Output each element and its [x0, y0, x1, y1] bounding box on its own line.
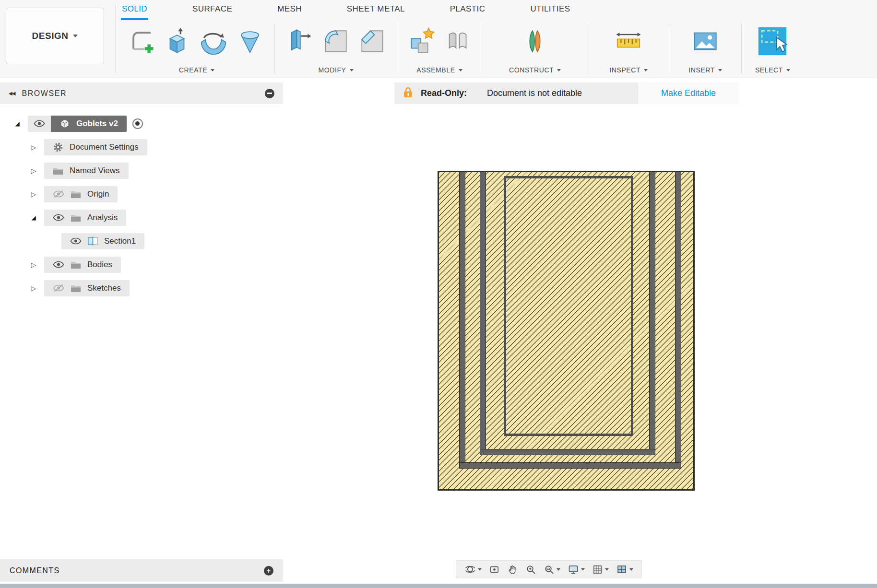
browser-item-bodies[interactable]: ▷ Bodies [0, 253, 283, 276]
viewports-icon [616, 564, 628, 575]
ribbon: DESIGN SOLID SURFACE MESH SHEET METAL PL… [0, 0, 877, 78]
visibility-eye-icon[interactable] [53, 260, 64, 269]
create-menu-button[interactable]: CREATE [179, 66, 214, 74]
loft-icon[interactable] [236, 27, 264, 55]
folder-icon [53, 166, 63, 175]
zoom-tool[interactable] [523, 564, 538, 575]
chamfer-icon[interactable] [358, 27, 386, 55]
insert-image-icon[interactable] [692, 28, 719, 55]
ribbon-group-inspect: INSPECT [588, 20, 669, 78]
readonly-message: Document is not editable [487, 88, 582, 98]
dropdown-caret-icon [211, 69, 214, 71]
collapse-panel-icon[interactable]: ◀◀ [9, 91, 15, 96]
dropdown-caret-icon [73, 35, 78, 37]
readonly-banner: Read-Only: Document is not editable Make… [394, 82, 739, 104]
tab-solid[interactable]: SOLID [121, 0, 148, 20]
item-pill[interactable]: Named Views [44, 163, 129, 179]
activate-component-radio[interactable] [132, 118, 143, 129]
look-at-tool[interactable] [487, 564, 502, 575]
expand-toggle-icon[interactable]: ▷ [28, 167, 39, 175]
browser-item-sketches[interactable]: ▷ Sketches [0, 276, 283, 300]
new-component-icon[interactable] [408, 27, 436, 55]
inner-goblet-wall [504, 176, 633, 436]
tab-sheet-metal[interactable]: SHEET METAL [346, 0, 406, 20]
middle-goblet-bottom-wall [480, 449, 655, 455]
construct-menu-button[interactable]: CONSTRUCT [509, 66, 561, 74]
modify-menu-button[interactable]: MODIFY [318, 66, 353, 74]
insert-menu-label: INSERT [688, 66, 715, 74]
pan-tool[interactable] [505, 564, 520, 575]
folder-icon [71, 190, 81, 199]
tab-surface[interactable]: SURFACE [191, 0, 233, 20]
visibility-eye-icon[interactable] [53, 213, 64, 222]
ribbon-group-modify: MODIFY [275, 20, 397, 78]
component-root-label[interactable]: Goblets v2 [51, 116, 127, 132]
item-pill[interactable]: Origin [44, 186, 118, 202]
insert-menu-button[interactable]: INSERT [688, 66, 722, 74]
browser-item-analysis[interactable]: ◢ Analysis [0, 206, 283, 229]
browser-item-section1[interactable]: Section1 [0, 229, 283, 253]
workspace-tabs: SOLID SURFACE MESH SHEET METAL PLASTIC U… [121, 0, 614, 20]
viewports-tool[interactable] [614, 564, 635, 575]
tab-utilities[interactable]: UTILITIES [529, 0, 571, 20]
inspect-menu-button[interactable]: INSPECT [609, 66, 648, 74]
visibility-off-eye-icon[interactable] [53, 190, 64, 198]
orbit-tool[interactable] [462, 564, 484, 575]
construct-menu-label: CONSTRUCT [509, 66, 554, 74]
expand-toggle-icon[interactable]: ◢ [12, 120, 23, 127]
expand-toggle-icon[interactable]: ▷ [28, 284, 39, 292]
revolve-icon[interactable] [200, 27, 227, 55]
item-pill[interactable]: Section1 [61, 233, 144, 249]
browser-title: BROWSER [22, 89, 67, 98]
zoom-window-tool[interactable] [542, 564, 562, 575]
display-settings-tool[interactable] [566, 564, 587, 575]
pan-hand-icon [507, 564, 518, 575]
minimize-browser-button[interactable] [265, 89, 274, 98]
add-comment-button[interactable]: + [264, 566, 273, 576]
dropdown-caret-icon [459, 69, 462, 71]
browser-item-named-views[interactable]: ▷ Named Views [0, 159, 283, 182]
assemble-menu-button[interactable]: ASSEMBLE [416, 66, 462, 74]
item-label: Bodies [87, 260, 112, 270]
tab-mesh[interactable]: MESH [276, 0, 303, 20]
expand-toggle-icon[interactable]: ◢ [28, 214, 39, 221]
dropdown-caret-icon [786, 69, 790, 71]
item-label: Goblets v2 [76, 119, 118, 129]
grid-tool[interactable] [590, 564, 611, 575]
expand-toggle-icon[interactable]: ▷ [28, 190, 39, 198]
expand-toggle-icon[interactable]: ▷ [28, 143, 39, 151]
browser-item-document-settings[interactable]: ▷ Document Settings [0, 135, 283, 159]
browser-item-origin[interactable]: ▷ Origin [0, 182, 283, 206]
item-pill[interactable]: Bodies [44, 257, 121, 273]
ribbon-separator [115, 5, 116, 73]
create-menu-label: CREATE [179, 66, 207, 74]
design-menu-button[interactable]: DESIGN [6, 8, 104, 64]
ribbon-groups: CREATE [119, 20, 804, 78]
section-view-model[interactable] [438, 171, 695, 491]
folder-icon [71, 260, 81, 269]
item-label: Section1 [104, 236, 136, 246]
extrude-icon[interactable] [163, 27, 191, 55]
item-pill[interactable]: Analysis [44, 210, 126, 226]
item-label: Origin [87, 189, 109, 199]
browser-item-goblets-v2[interactable]: ◢ Goblets v2 [0, 112, 283, 135]
select-menu-label: SELECT [755, 66, 783, 74]
visibility-eye-icon[interactable] [28, 116, 51, 132]
visibility-eye-icon[interactable] [70, 237, 82, 245]
item-pill[interactable]: Document Settings [44, 139, 147, 155]
joint-icon[interactable] [444, 28, 471, 55]
make-editable-button[interactable]: Make Editable [638, 82, 739, 104]
fillet-icon[interactable] [322, 27, 350, 55]
select-menu-button[interactable]: SELECT [755, 66, 790, 74]
select-icon[interactable] [758, 26, 787, 56]
zoom-in-icon [525, 564, 536, 575]
tab-plastic[interactable]: PLASTIC [449, 0, 486, 20]
press-pull-icon[interactable] [285, 27, 313, 55]
visibility-off-eye-icon[interactable] [53, 284, 64, 292]
item-pill[interactable]: Sketches [44, 280, 130, 296]
create-sketch-icon[interactable] [130, 29, 154, 54]
construction-plane-icon[interactable] [522, 28, 548, 54]
measure-icon[interactable] [615, 29, 642, 53]
dropdown-caret-icon [605, 568, 609, 571]
expand-toggle-icon[interactable]: ▷ [28, 261, 39, 269]
